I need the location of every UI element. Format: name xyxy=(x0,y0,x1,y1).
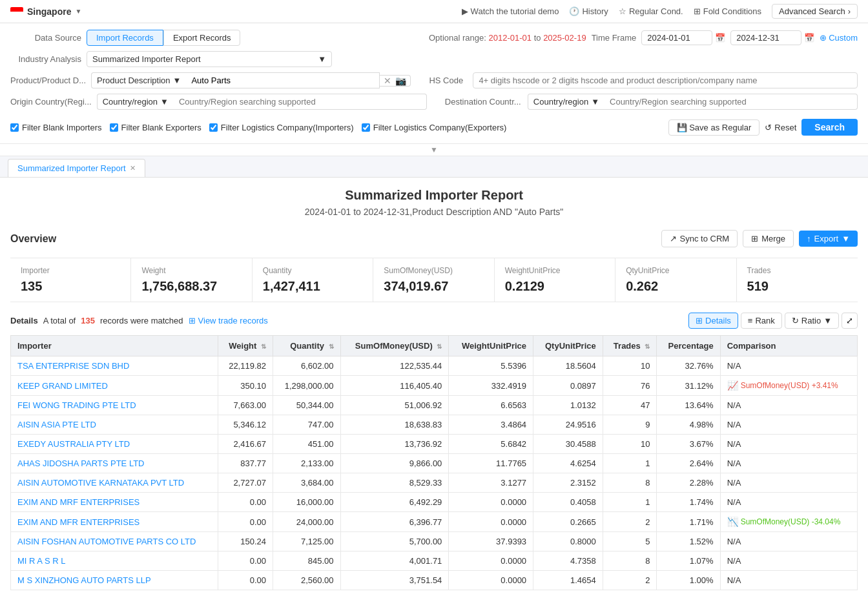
details-count: 135 xyxy=(81,316,95,325)
origin-country-input[interactable] xyxy=(174,94,427,110)
comparison-value: N/A xyxy=(720,552,857,571)
wup-value: 3.1277 xyxy=(449,473,533,493)
country-selector[interactable]: Singapore ▼ xyxy=(10,6,81,17)
history-link[interactable]: 🕐 History xyxy=(569,6,608,16)
product-type-chevron-icon: ▼ xyxy=(173,76,181,85)
importer-name[interactable]: AISIN FOSHAN AUTOMOTIVE PARTS CO LTD xyxy=(11,532,218,552)
product-input-group: Product Description ▼ ✕ 📷 xyxy=(91,72,411,88)
main-content: Summarized Importer Report 2024-01-01 to… xyxy=(0,178,868,598)
expand-button[interactable]: ⤢ xyxy=(842,313,858,329)
custom-button[interactable]: ⊕ Custom xyxy=(820,33,858,43)
merge-button[interactable]: ⊞ Merge xyxy=(743,230,794,247)
time-from-input[interactable] xyxy=(641,30,712,45)
table-row: MI R A S R L 0.00 845.00 4,001.71 0.0000… xyxy=(11,552,858,571)
wup-value: 5.6842 xyxy=(449,435,533,454)
hs-code-label: HS Code xyxy=(429,76,468,85)
importer-name[interactable]: TSA ENTERPRISE SDN BHD xyxy=(11,356,218,376)
fold-conditions-link[interactable]: ⊞ Fold Conditions xyxy=(694,6,761,16)
filter-logistics-importers[interactable]: Filter Logistics Company(Importers) xyxy=(209,123,354,132)
stat-trades: Trades 519 xyxy=(737,258,858,302)
origin-country-select[interactable]: Country/region ▼ xyxy=(97,94,174,110)
stat-sum-value: 374,019.67 xyxy=(384,279,483,294)
filter-logistics-exporters[interactable]: Filter Logistics Company(Exporters) xyxy=(362,123,507,132)
filter-blank-importers-checkbox[interactable] xyxy=(10,123,19,132)
advanced-search-button[interactable]: Advanced Search › xyxy=(772,4,858,19)
clear-product-button[interactable]: ✕ xyxy=(384,76,391,86)
save-icon: 💾 xyxy=(677,123,687,132)
regular-cond-link[interactable]: ☆ Regular Cond. xyxy=(619,6,683,16)
save-as-regular-button[interactable]: 💾 Save as Regular xyxy=(668,119,760,136)
report-subtitle: 2024-01-01 to 2024-12-31,Product Descrip… xyxy=(10,207,858,217)
export-button[interactable]: ↑ Export ▼ xyxy=(799,231,858,247)
calendar-from-icon[interactable]: 📅 xyxy=(715,33,725,43)
sync-crm-button[interactable]: ↗ Sync to CRM xyxy=(661,230,738,247)
quantity-value: 7,125.00 xyxy=(273,532,341,552)
filter-blank-exporters-checkbox[interactable] xyxy=(110,123,118,132)
tutorial-link[interactable]: ▶ Watch the tutorial demo xyxy=(462,6,559,16)
filter-logistics-importers-checkbox[interactable] xyxy=(209,123,218,132)
quantity-value: 451.00 xyxy=(273,435,341,454)
percentage-value: 3.67% xyxy=(657,435,720,454)
details-prefix: A total of xyxy=(43,316,76,325)
col-comparison: Comparison xyxy=(720,336,857,356)
dest-country-input[interactable] xyxy=(604,94,858,110)
summarized-importer-tab[interactable]: Summarized Importer Report ✕ xyxy=(8,159,145,177)
comparison-value: 📈SumOfMoney(USD) +3.41% xyxy=(720,376,857,396)
wup-value: 0.0000 xyxy=(449,552,533,571)
ratio-view-button[interactable]: ↻ Ratio ▼ xyxy=(785,313,839,329)
camera-icon-button[interactable]: 📷 xyxy=(395,76,406,86)
rank-view-button[interactable]: ≡ Rank xyxy=(741,313,782,329)
filter-blank-importers[interactable]: Filter Blank Importers xyxy=(10,123,102,132)
filter-actions: 💾 Save as Regular ↺ Reset Search xyxy=(668,119,858,136)
weight-value: 150.24 xyxy=(218,532,273,552)
importer-name[interactable]: AHAS JIDOSHA PARTS PTE LTD xyxy=(11,454,218,473)
percentage-value: 1.74% xyxy=(657,493,720,512)
stat-quantity-label: Quantity xyxy=(263,266,362,275)
filter-logistics-exporters-checkbox[interactable] xyxy=(362,123,370,132)
import-records-tab[interactable]: Import Records xyxy=(87,30,163,46)
importer-name[interactable]: EXEDY AUSTRALIA PTY LTD xyxy=(11,435,218,454)
importer-name[interactable]: FEI WONG TRADING PTE LTD xyxy=(11,396,218,415)
details-grid-icon: ⊞ xyxy=(696,316,703,325)
time-from-wrap: 📅 xyxy=(641,30,725,45)
col-trades[interactable]: Trades ⇅ xyxy=(603,336,657,356)
importer-name[interactable]: AISIN ASIA PTE LTD xyxy=(11,415,218,435)
importer-name[interactable]: KEEP GRAND LIMITED xyxy=(11,376,218,396)
collapse-button[interactable]: ▼ xyxy=(430,145,438,154)
stat-trades-label: Trades xyxy=(747,266,847,275)
calendar-to-icon[interactable]: 📅 xyxy=(804,33,814,43)
hs-code-input[interactable] xyxy=(473,72,858,88)
search-button[interactable]: Search xyxy=(801,119,858,136)
importer-name[interactable]: M S XINZHONG AUTO PARTS LLP xyxy=(11,571,218,590)
dest-country-select[interactable]: Country/region ▼ xyxy=(528,94,604,110)
trades-value: 2 xyxy=(603,571,657,590)
country-row: Origin Country(Regi... Country/region ▼ … xyxy=(10,94,858,110)
qup-value: 0.4058 xyxy=(533,493,603,512)
tab-close-icon[interactable]: ✕ xyxy=(130,164,136,172)
trades-value: 9 xyxy=(603,415,657,435)
time-to-input[interactable] xyxy=(730,30,801,45)
industry-analysis-select[interactable]: Summarized Importer Report ▼ xyxy=(87,51,332,67)
col-sum[interactable]: SumOfMoney(USD) ⇅ xyxy=(340,336,449,356)
product-type-select[interactable]: Product Description ▼ xyxy=(91,72,186,88)
product-value-input[interactable] xyxy=(186,72,380,88)
sum-value: 4,001.71 xyxy=(340,552,449,571)
col-weight[interactable]: Weight ⇅ xyxy=(218,336,273,356)
weight-value: 0.00 xyxy=(218,571,273,590)
fold-icon: ⊞ xyxy=(694,6,701,16)
col-quantity[interactable]: Quantity ⇅ xyxy=(273,336,341,356)
reset-icon: ↺ xyxy=(765,123,772,132)
trades-value: 47 xyxy=(603,396,657,415)
comparison-value: N/A xyxy=(720,396,857,415)
filter-blank-exporters[interactable]: Filter Blank Exporters xyxy=(110,123,202,132)
view-trade-link[interactable]: ⊞ View trade records xyxy=(189,316,268,325)
search-panel: Data Source Import Records Export Record… xyxy=(0,23,868,144)
importer-name[interactable]: EXIM AND MRF ENTERPRISES xyxy=(11,493,218,512)
details-view-button[interactable]: ⊞ Details xyxy=(688,313,738,329)
importer-name[interactable]: MI R A S R L xyxy=(11,552,218,571)
reset-button[interactable]: ↺ Reset xyxy=(765,123,796,132)
importer-name[interactable]: AISIN AUTOMOTIVE KARNATAKA PVT LTD xyxy=(11,473,218,493)
export-records-tab[interactable]: Export Records xyxy=(163,30,241,46)
importer-name[interactable]: EXIM AND MFR ENTERPRISES xyxy=(11,512,218,532)
percentage-value: 4.98% xyxy=(657,415,720,435)
